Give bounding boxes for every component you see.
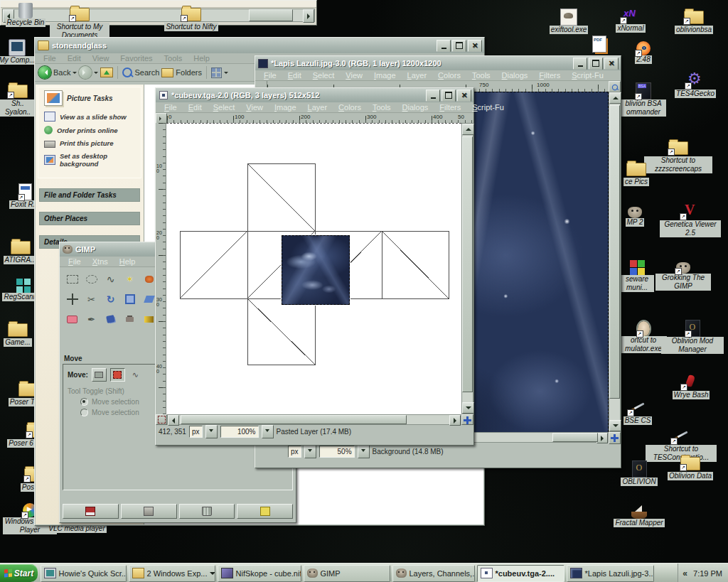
tool-button[interactable] — [63, 309, 82, 329]
scroll-thumb[interactable] — [609, 105, 620, 399]
sidebar-section-bar[interactable]: Other Places — [39, 212, 140, 225]
task-link[interactable]: Order prints online — [44, 126, 139, 134]
save-options-button[interactable] — [63, 504, 119, 519]
desktop-icon[interactable]: Oblivion Data — [661, 455, 719, 480]
menu-item[interactable]: Dialogs — [397, 102, 434, 112]
desktop-icon[interactable]: Shortcut to zzzscreencaps — [644, 139, 712, 173]
menu-item[interactable]: Tools — [159, 53, 188, 63]
scroll-down-button[interactable] — [462, 402, 474, 414]
desktop-icon[interactable]: 2.48 — [624, 41, 663, 64]
back-dropdown-icon[interactable] — [73, 72, 77, 76]
tool-button[interactable] — [101, 309, 120, 329]
search-label[interactable]: Search — [134, 68, 159, 77]
start-button[interactable]: Start — [0, 564, 38, 582]
desktop-icon[interactable] — [583, 36, 616, 53]
desktop-icon[interactable]: seware muni... — [620, 260, 654, 292]
menu-item[interactable]: Image — [368, 70, 402, 80]
cubeuv-vscrollbar[interactable] — [461, 123, 473, 414]
menu-item[interactable]: Layer — [302, 102, 333, 112]
desktop-icon[interactable]: BSE CS — [620, 399, 655, 425]
taskbar-button[interactable]: Howie's Quick Scr... — [41, 565, 127, 582]
menu-item[interactable]: Xtns — [87, 257, 114, 266]
unit-field[interactable]: px — [288, 446, 301, 458]
taskbar-button[interactable]: *Lapis Lazuli.jpg-3... — [567, 565, 654, 582]
menu-item[interactable]: Colors — [333, 102, 367, 112]
maximize-button[interactable] — [452, 40, 466, 52]
desktop-icon[interactable]: My Comp... — [0, 39, 38, 65]
menu-item[interactable]: Help — [114, 257, 141, 266]
desktop-icon[interactable]: Genetica Viewer 2.5 — [660, 203, 721, 237]
desktop-icon[interactable]: OBLIVION — [616, 460, 663, 486]
menu-item[interactable]: File — [63, 257, 87, 266]
up-button[interactable] — [100, 68, 113, 77]
desktop-icon[interactable]: Wrye Bash — [664, 374, 718, 399]
cubeuv-titlebar[interactable]: *cubeuv.tga-2.0 (RGB, 3 layers) 512x512 — [156, 88, 473, 102]
minimize-button[interactable] — [437, 40, 451, 52]
sidebar-section-bar[interactable]: File and Folder Tasks — [39, 188, 140, 202]
desktop-icon[interactable]: MP 2 — [620, 205, 650, 227]
desktop-icon[interactable]: Shortcut to Nifty — [158, 6, 225, 31]
scroll-thumb[interactable] — [462, 136, 473, 392]
scroll-up-button[interactable] — [462, 124, 474, 135]
menu-item[interactable]: Tools — [466, 70, 496, 80]
delete-options-button[interactable] — [179, 504, 235, 519]
back-button[interactable] — [38, 66, 51, 79]
navigation-cross-icon[interactable] — [609, 432, 621, 444]
task-link[interactable]: Print this picture — [44, 139, 139, 148]
menu-item[interactable]: File — [38, 53, 62, 63]
unit-dropdown[interactable] — [205, 425, 218, 438]
desktop-icon[interactable]: exiftool.exe — [542, 9, 596, 34]
restore-options-button[interactable] — [121, 504, 177, 519]
taskbar-button[interactable]: NifSkope - cube.nif — [218, 565, 301, 582]
task-link[interactable]: Set as desktop background — [44, 152, 139, 168]
cubeuv-hscrollbar[interactable] — [167, 414, 461, 425]
menu-item[interactable]: View — [340, 70, 368, 80]
scroll-right-button[interactable] — [303, 9, 314, 23]
horizontal-ruler[interactable]: 010020030040050 — [167, 113, 473, 124]
desktop-icon[interactable]: TES4Gecko — [667, 72, 724, 98]
menu-item[interactable]: Colors — [432, 70, 466, 80]
desktop-icon[interactable]: Oblivion Mod Manager — [661, 320, 724, 354]
navigation-cross-icon[interactable] — [461, 414, 473, 425]
tool-button[interactable] — [101, 269, 120, 289]
forward-dropdown-icon[interactable] — [94, 72, 98, 76]
radio-move-selection-2[interactable] — [80, 409, 88, 416]
scroll-right-button[interactable] — [596, 433, 608, 443]
taskbar-button[interactable]: GIMP — [304, 565, 390, 582]
zoom-field[interactable]: 100% — [220, 426, 259, 438]
scroll-up-button[interactable] — [609, 92, 621, 104]
menu-item[interactable]: View — [87, 53, 115, 63]
desktop-icon[interactable]: Shortcut to My Documents — [50, 6, 109, 40]
close-button[interactable] — [457, 90, 471, 102]
unit-dropdown[interactable] — [304, 445, 316, 458]
radio-move-selection-1[interactable] — [80, 398, 88, 406]
tool-button[interactable] — [120, 269, 139, 289]
maximize-button[interactable] — [441, 90, 456, 102]
move-layer-button[interactable] — [92, 368, 107, 382]
scroll-right-button[interactable] — [449, 415, 461, 426]
lapis-titlebar[interactable]: *Lapis Lazuli.jpg-3.0 (RGB, 1 layer) 120… — [255, 56, 621, 70]
desktop-icon[interactable]: Game... — [0, 321, 38, 347]
close-button[interactable] — [468, 40, 482, 52]
desktop-icon[interactable]: oblivionbsa — [667, 9, 721, 34]
tool-button[interactable] — [101, 289, 120, 309]
desktop-icon[interactable]: xNormal — [608, 7, 653, 33]
menu-item[interactable]: File — [159, 102, 183, 112]
forward-button[interactable] — [79, 66, 92, 79]
vertical-ruler[interactable]: 100200300400 — [156, 123, 166, 414]
desktop-icon[interactable]: Recycle Bin — [1, 3, 50, 27]
desktop-icon[interactable]: ortcut to mulator.exe — [620, 321, 667, 353]
scroll-down-button[interactable] — [609, 420, 621, 431]
maximize-button[interactable] — [589, 58, 603, 70]
menu-item[interactable]: Layer — [402, 70, 433, 80]
zoom-dropdown[interactable] — [358, 445, 370, 458]
menu-item[interactable]: Script-Fu — [466, 102, 510, 112]
views-dropdown-icon[interactable] — [224, 72, 228, 76]
menu-item[interactable]: Filters — [434, 102, 466, 112]
scroll-thumb[interactable] — [249, 9, 293, 21]
folders-icon[interactable] — [161, 68, 173, 77]
menu-item[interactable]: File — [258, 70, 282, 80]
search-icon[interactable] — [122, 68, 132, 77]
tool-button[interactable] — [82, 309, 101, 329]
menu-item[interactable]: Edit — [282, 70, 307, 80]
